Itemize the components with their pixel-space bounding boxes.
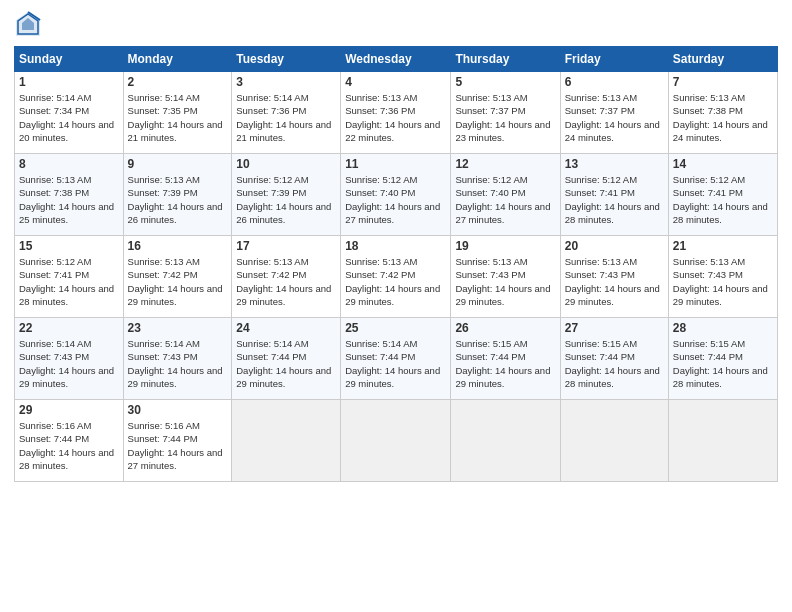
day-number: 8 — [19, 157, 119, 171]
daylight-label: Daylight: 14 hours and 23 minutes. — [455, 119, 550, 143]
sunrise-label: Sunrise: 5:12 AM — [673, 174, 745, 185]
day-info: Sunrise: 5:14 AM Sunset: 7:43 PM Dayligh… — [19, 337, 119, 390]
day-info: Sunrise: 5:14 AM Sunset: 7:34 PM Dayligh… — [19, 91, 119, 144]
day-number: 13 — [565, 157, 664, 171]
sunset-label: Sunset: 7:41 PM — [565, 187, 635, 198]
col-monday: Monday — [123, 47, 232, 72]
week-row-2: 8 Sunrise: 5:13 AM Sunset: 7:38 PM Dayli… — [15, 154, 778, 236]
day-number: 20 — [565, 239, 664, 253]
daylight-label: Daylight: 14 hours and 29 minutes. — [455, 283, 550, 307]
day-info: Sunrise: 5:14 AM Sunset: 7:35 PM Dayligh… — [128, 91, 228, 144]
week-row-3: 15 Sunrise: 5:12 AM Sunset: 7:41 PM Dayl… — [15, 236, 778, 318]
day-info: Sunrise: 5:13 AM Sunset: 7:43 PM Dayligh… — [673, 255, 773, 308]
sunset-label: Sunset: 7:36 PM — [236, 105, 306, 116]
day-number: 21 — [673, 239, 773, 253]
daylight-label: Daylight: 14 hours and 28 minutes. — [565, 365, 660, 389]
sunrise-label: Sunrise: 5:12 AM — [455, 174, 527, 185]
sunset-label: Sunset: 7:44 PM — [673, 351, 743, 362]
day-number: 3 — [236, 75, 336, 89]
daylight-label: Daylight: 14 hours and 29 minutes. — [345, 365, 440, 389]
calendar-cell — [451, 400, 560, 482]
day-number: 1 — [19, 75, 119, 89]
daylight-label: Daylight: 14 hours and 25 minutes. — [19, 201, 114, 225]
day-number: 24 — [236, 321, 336, 335]
day-number: 19 — [455, 239, 555, 253]
sunrise-label: Sunrise: 5:13 AM — [128, 174, 200, 185]
day-info: Sunrise: 5:14 AM Sunset: 7:44 PM Dayligh… — [236, 337, 336, 390]
sunset-label: Sunset: 7:37 PM — [455, 105, 525, 116]
sunrise-label: Sunrise: 5:13 AM — [345, 92, 417, 103]
day-number: 30 — [128, 403, 228, 417]
daylight-label: Daylight: 14 hours and 20 minutes. — [19, 119, 114, 143]
sunrise-label: Sunrise: 5:14 AM — [128, 92, 200, 103]
day-info: Sunrise: 5:12 AM Sunset: 7:40 PM Dayligh… — [455, 173, 555, 226]
day-info: Sunrise: 5:13 AM Sunset: 7:42 PM Dayligh… — [236, 255, 336, 308]
daylight-label: Daylight: 14 hours and 28 minutes. — [673, 201, 768, 225]
sunset-label: Sunset: 7:43 PM — [565, 269, 635, 280]
day-info: Sunrise: 5:16 AM Sunset: 7:44 PM Dayligh… — [19, 419, 119, 472]
calendar-cell: 1 Sunrise: 5:14 AM Sunset: 7:34 PM Dayli… — [15, 72, 124, 154]
sunrise-label: Sunrise: 5:16 AM — [19, 420, 91, 431]
calendar-cell: 7 Sunrise: 5:13 AM Sunset: 7:38 PM Dayli… — [668, 72, 777, 154]
calendar-cell: 5 Sunrise: 5:13 AM Sunset: 7:37 PM Dayli… — [451, 72, 560, 154]
daylight-label: Daylight: 14 hours and 29 minutes. — [128, 283, 223, 307]
day-info: Sunrise: 5:13 AM Sunset: 7:43 PM Dayligh… — [565, 255, 664, 308]
day-number: 26 — [455, 321, 555, 335]
sunset-label: Sunset: 7:43 PM — [455, 269, 525, 280]
daylight-label: Daylight: 14 hours and 26 minutes. — [128, 201, 223, 225]
calendar-cell: 20 Sunrise: 5:13 AM Sunset: 7:43 PM Dayl… — [560, 236, 668, 318]
day-info: Sunrise: 5:16 AM Sunset: 7:44 PM Dayligh… — [128, 419, 228, 472]
calendar-cell: 3 Sunrise: 5:14 AM Sunset: 7:36 PM Dayli… — [232, 72, 341, 154]
daylight-label: Daylight: 14 hours and 29 minutes. — [673, 283, 768, 307]
day-number: 25 — [345, 321, 446, 335]
sunrise-label: Sunrise: 5:13 AM — [455, 92, 527, 103]
day-info: Sunrise: 5:12 AM Sunset: 7:41 PM Dayligh… — [19, 255, 119, 308]
sunrise-label: Sunrise: 5:13 AM — [565, 256, 637, 267]
sunset-label: Sunset: 7:36 PM — [345, 105, 415, 116]
day-info: Sunrise: 5:15 AM Sunset: 7:44 PM Dayligh… — [565, 337, 664, 390]
calendar-cell: 2 Sunrise: 5:14 AM Sunset: 7:35 PM Dayli… — [123, 72, 232, 154]
sunrise-label: Sunrise: 5:13 AM — [128, 256, 200, 267]
day-info: Sunrise: 5:13 AM Sunset: 7:38 PM Dayligh… — [673, 91, 773, 144]
day-number: 7 — [673, 75, 773, 89]
calendar-cell — [232, 400, 341, 482]
sunset-label: Sunset: 7:44 PM — [128, 433, 198, 444]
sunset-label: Sunset: 7:39 PM — [128, 187, 198, 198]
calendar-cell: 28 Sunrise: 5:15 AM Sunset: 7:44 PM Dayl… — [668, 318, 777, 400]
week-row-5: 29 Sunrise: 5:16 AM Sunset: 7:44 PM Dayl… — [15, 400, 778, 482]
daylight-label: Daylight: 14 hours and 24 minutes. — [673, 119, 768, 143]
day-info: Sunrise: 5:13 AM Sunset: 7:37 PM Dayligh… — [455, 91, 555, 144]
day-info: Sunrise: 5:14 AM Sunset: 7:44 PM Dayligh… — [345, 337, 446, 390]
day-info: Sunrise: 5:13 AM Sunset: 7:37 PM Dayligh… — [565, 91, 664, 144]
calendar-cell: 29 Sunrise: 5:16 AM Sunset: 7:44 PM Dayl… — [15, 400, 124, 482]
day-number: 14 — [673, 157, 773, 171]
day-info: Sunrise: 5:15 AM Sunset: 7:44 PM Dayligh… — [455, 337, 555, 390]
daylight-label: Daylight: 14 hours and 24 minutes. — [565, 119, 660, 143]
sunrise-label: Sunrise: 5:13 AM — [565, 92, 637, 103]
calendar-cell: 4 Sunrise: 5:13 AM Sunset: 7:36 PM Dayli… — [341, 72, 451, 154]
day-number: 28 — [673, 321, 773, 335]
day-number: 6 — [565, 75, 664, 89]
day-number: 16 — [128, 239, 228, 253]
sunset-label: Sunset: 7:43 PM — [19, 351, 89, 362]
calendar-cell: 17 Sunrise: 5:13 AM Sunset: 7:42 PM Dayl… — [232, 236, 341, 318]
sunset-label: Sunset: 7:41 PM — [673, 187, 743, 198]
calendar-cell: 12 Sunrise: 5:12 AM Sunset: 7:40 PM Dayl… — [451, 154, 560, 236]
day-info: Sunrise: 5:12 AM Sunset: 7:41 PM Dayligh… — [673, 173, 773, 226]
daylight-label: Daylight: 14 hours and 29 minutes. — [236, 365, 331, 389]
sunset-label: Sunset: 7:42 PM — [345, 269, 415, 280]
sunset-label: Sunset: 7:44 PM — [345, 351, 415, 362]
sunrise-label: Sunrise: 5:13 AM — [673, 256, 745, 267]
daylight-label: Daylight: 14 hours and 29 minutes. — [565, 283, 660, 307]
daylight-label: Daylight: 14 hours and 27 minutes. — [345, 201, 440, 225]
col-friday: Friday — [560, 47, 668, 72]
sunrise-label: Sunrise: 5:12 AM — [565, 174, 637, 185]
sunset-label: Sunset: 7:38 PM — [673, 105, 743, 116]
calendar-cell: 9 Sunrise: 5:13 AM Sunset: 7:39 PM Dayli… — [123, 154, 232, 236]
sunset-label: Sunset: 7:38 PM — [19, 187, 89, 198]
day-info: Sunrise: 5:12 AM Sunset: 7:39 PM Dayligh… — [236, 173, 336, 226]
col-saturday: Saturday — [668, 47, 777, 72]
calendar-cell: 27 Sunrise: 5:15 AM Sunset: 7:44 PM Dayl… — [560, 318, 668, 400]
daylight-label: Daylight: 14 hours and 27 minutes. — [455, 201, 550, 225]
sunrise-label: Sunrise: 5:14 AM — [19, 92, 91, 103]
